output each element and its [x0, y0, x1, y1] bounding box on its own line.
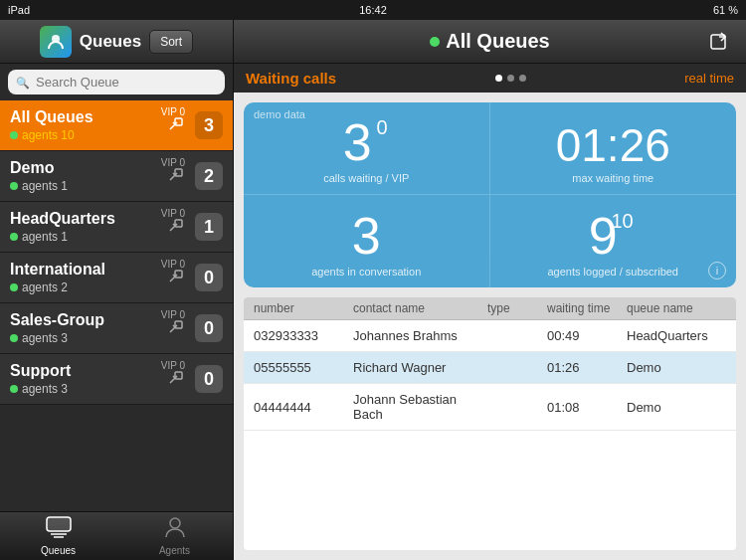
header-contact: contact name — [353, 301, 487, 315]
queue-support-name: Support — [10, 362, 167, 380]
queue-demo-agents: agents 1 — [10, 179, 167, 193]
call-table: number contact name type waiting time qu… — [244, 297, 736, 550]
queue-item-intl-info: International agents 2 — [10, 261, 167, 294]
transfer-icon-demo — [167, 165, 185, 187]
queue-sales-vip: VIP 0 — [161, 309, 185, 320]
queue-hq-count: 1 — [195, 213, 223, 241]
search-input[interactable] — [8, 70, 225, 94]
nav-left: Queues Sort — [0, 20, 234, 63]
stats-grid: 30 calls waiting / VIP 01:26 max waiting… — [244, 102, 736, 287]
queue-hq-agents: agents 1 — [10, 230, 167, 244]
queue-intl-name: International — [10, 261, 167, 279]
queue-intl-agents-text: agents 2 — [22, 280, 68, 294]
stat-calls-waiting: 30 calls waiting / VIP — [244, 102, 490, 195]
stat-max-wait-label: max waiting time — [572, 172, 653, 184]
share-button[interactable] — [706, 28, 734, 56]
queue-intl-vip: VIP 0 — [161, 259, 185, 270]
call-queue-3: Demo — [627, 400, 726, 415]
queue-item-all[interactable]: All Queues agents 10 VIP 0 3 — [0, 100, 233, 151]
queue-all-count: 3 — [195, 111, 223, 139]
tab-agents[interactable]: Agents — [116, 512, 233, 560]
queue-hq-agents-text: agents 1 — [22, 230, 68, 244]
stat-agents-logged-label: agents logged / subscribed — [548, 266, 678, 278]
queue-demo-vip: VIP 0 — [161, 157, 185, 168]
stat-agents-logged-number: 910 — [589, 207, 618, 265]
tab-queues[interactable]: Queues — [0, 512, 116, 560]
queue-sales-agents: agents 3 — [10, 331, 167, 345]
queue-item-hq[interactable]: HeadQuarters agents 1 VIP 0 1 — [0, 202, 233, 253]
dot-3 — [519, 75, 526, 82]
call-queue-1: HeadQuarters — [627, 328, 726, 343]
stat-calls-waiting-label: calls waiting / VIP — [323, 172, 409, 184]
stat-agents-logged: 910 agents logged / subscribed i — [490, 195, 737, 287]
waiting-calls-label: Waiting calls — [246, 70, 336, 87]
status-dot — [430, 37, 440, 47]
queue-item-support[interactable]: Support agents 3 VIP 0 0 — [0, 354, 233, 405]
sidebar: All Queues agents 10 VIP 0 3 — [0, 64, 234, 560]
queue-support-vip: VIP 0 — [161, 360, 185, 371]
call-wait-3: 01:08 — [547, 400, 627, 415]
table-row[interactable]: 05555555 Richard Wagner 01:26 Demo — [244, 352, 736, 384]
call-wait-1: 00:49 — [547, 328, 627, 343]
header-queue: queue name — [627, 301, 726, 315]
call-wait-2: 01:26 — [547, 360, 627, 375]
sort-button[interactable]: Sort — [149, 30, 193, 54]
queue-item-intl[interactable]: International agents 2 VIP 0 0 — [0, 253, 233, 303]
nav-title: Queues — [80, 32, 141, 52]
queue-demo-name: Demo — [10, 159, 167, 177]
pagination-dots — [495, 75, 526, 82]
call-number-3: 04444444 — [254, 400, 353, 415]
queue-all-vip: VIP 0 — [161, 106, 185, 117]
queue-item-demo[interactable]: Demo agents 1 VIP 0 2 — [0, 151, 233, 202]
transfer-icon-sales — [167, 317, 185, 339]
header-wait: waiting time — [547, 301, 627, 315]
call-number-1: 032933333 — [254, 328, 353, 343]
queue-title: All Queues — [430, 30, 549, 53]
queue-item-support-info: Support agents 3 — [10, 362, 167, 396]
queue-intl-agents: agents 2 — [10, 280, 167, 294]
queue-hq-name: HeadQuarters — [10, 210, 167, 228]
search-bar — [0, 64, 233, 100]
search-wrapper — [8, 70, 225, 94]
app-container: Queues Sort All Queues — [0, 20, 746, 560]
agent-dot-support — [10, 385, 18, 393]
queue-demo-count: 2 — [195, 162, 223, 190]
call-contact-1: Johannes Brahms — [353, 328, 487, 343]
header-type: type — [487, 301, 547, 315]
real-time-label: real time — [684, 71, 734, 86]
stat-agents-conv: 3 agents in conversation — [244, 195, 490, 287]
agent-dot-hq — [10, 233, 18, 241]
queue-item-sales[interactable]: Sales-Group agents 3 VIP 0 0 — [0, 303, 233, 354]
queue-item-all-info: All Queues agents 10 — [10, 108, 167, 142]
queue-item-demo-info: Demo agents 1 — [10, 159, 167, 193]
carrier-label: iPad — [8, 4, 30, 16]
content-area: All Queues agents 10 VIP 0 3 — [0, 64, 746, 560]
queue-sales-count: 0 — [195, 314, 223, 342]
queue-support-agents: agents 3 — [10, 382, 167, 396]
time-label: 16:42 — [359, 4, 387, 16]
queue-all-agents: agents 10 — [10, 128, 167, 142]
stat-max-wait: 01:26 max waiting time — [490, 102, 737, 195]
table-row[interactable]: 04444444 Johann Sebastian Bach 01:08 Dem… — [244, 384, 736, 431]
info-icon[interactable]: i — [708, 262, 726, 280]
queue-demo-agents-text: agents 1 — [22, 179, 68, 193]
queue-item-hq-info: HeadQuarters agents 1 — [10, 210, 167, 244]
queue-intl-count: 0 — [195, 264, 223, 291]
queue-sales-name: Sales-Group — [10, 311, 167, 329]
call-number-2: 05555555 — [254, 360, 353, 375]
table-header: number contact name type waiting time qu… — [244, 297, 736, 320]
tab-queues-label: Queues — [41, 545, 76, 556]
transfer-icon — [167, 114, 185, 136]
call-contact-2: Richard Wagner — [353, 360, 487, 375]
queue-item-sales-info: Sales-Group agents 3 — [10, 311, 167, 345]
queue-hq-vip: VIP 0 — [161, 208, 185, 219]
nav-right: All Queues — [234, 30, 746, 53]
queue-list: All Queues agents 10 VIP 0 3 — [0, 100, 233, 511]
stat-calls-vip-superscript: 0 — [377, 117, 388, 137]
stat-agents-subscribed-superscript: 10 — [611, 211, 633, 231]
agent-dot-intl — [10, 283, 18, 291]
table-row[interactable]: 032933333 Johannes Brahms 00:49 HeadQuar… — [244, 320, 736, 352]
header-number: number — [254, 301, 353, 315]
queue-sales-agents-text: agents 3 — [22, 331, 68, 345]
battery-label: 61 % — [713, 4, 738, 16]
